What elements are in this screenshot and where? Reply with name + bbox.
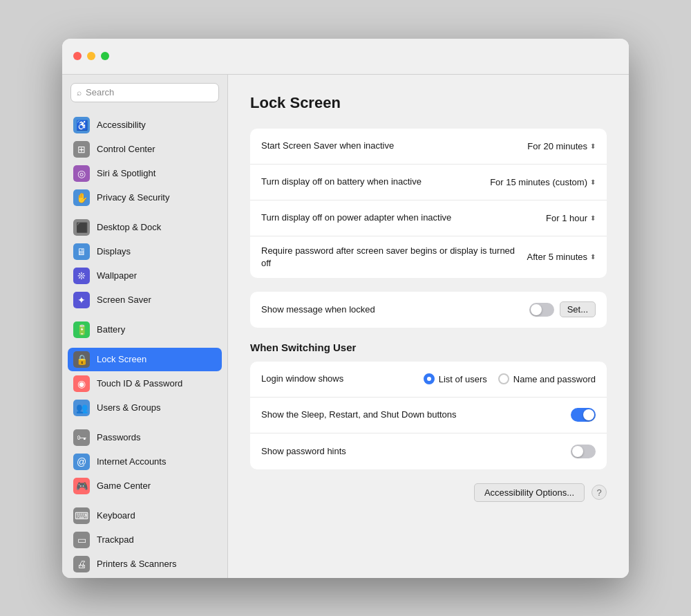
siri-icon: ◎: [73, 165, 90, 182]
radio-list-circle[interactable]: [424, 373, 435, 384]
sidebar-item-label-accessibility: Accessibility: [97, 120, 146, 130]
require-password-value: After 5 minutes: [527, 252, 587, 262]
sidebar-item-siri[interactable]: ◎Siri & Spotlight: [68, 162, 222, 185]
minimize-button[interactable]: [87, 52, 95, 60]
display-battery-control[interactable]: For 15 minutes (custom) ⬍: [490, 177, 596, 187]
when-switching-title: When Switching User: [250, 342, 607, 353]
sleep-restart-toggle[interactable]: [571, 408, 596, 422]
sidebar-separator: [68, 210, 222, 216]
display-power-dropdown[interactable]: For 1 hour ⬍: [546, 213, 596, 223]
screen-saver-dropdown[interactable]: For 20 minutes ⬍: [527, 141, 596, 151]
sleep-restart-control: [571, 408, 596, 422]
sidebar-item-battery[interactable]: 🔋Battery: [68, 318, 222, 342]
content-area: ⌕ Search ♿Accessibility⊞Control Center◎S…: [62, 75, 629, 578]
sidebar-item-printers[interactable]: 🖨Printers & Scanners: [68, 552, 222, 576]
screen-saver-control[interactable]: For 20 minutes ⬍: [527, 141, 596, 151]
screen-saver-icon: ✦: [73, 292, 90, 308]
sidebar-item-users-groups[interactable]: 👥Users & Groups: [68, 396, 222, 420]
screen-saver-label: Start Screen Saver when inactive: [261, 140, 527, 152]
accessibility-options-button[interactable]: Accessibility Options...: [474, 483, 585, 502]
maximize-button[interactable]: [101, 52, 109, 60]
settings-group-switching: Login window shows List of users Name an…: [250, 362, 607, 469]
sidebar-item-touch-id[interactable]: ◉Touch ID & Password: [68, 372, 222, 395]
page-title: Lock Screen: [250, 94, 607, 112]
screen-saver-arrows: ⬍: [590, 142, 596, 150]
message-row: Show message when locked Set...: [250, 292, 607, 328]
display-power-control[interactable]: For 1 hour ⬍: [546, 213, 596, 223]
sidebar-item-label-wallpaper: Wallpaper: [97, 270, 137, 281]
search-placeholder: Search: [86, 87, 114, 97]
display-battery-dropdown[interactable]: For 15 minutes (custom) ⬍: [490, 177, 596, 187]
desktop-dock-icon: ⬛: [73, 219, 90, 236]
sidebar-item-internet-accounts[interactable]: @Internet Accounts: [68, 450, 222, 474]
sidebar-item-label-screen-saver: Screen Saver: [97, 295, 151, 305]
password-hints-toggle[interactable]: [571, 445, 596, 458]
control-center-icon: ⊞: [73, 141, 90, 158]
footer-row: Accessibility Options... ?: [250, 483, 607, 502]
privacy-icon: ✋: [73, 189, 90, 206]
sidebar-separator: [68, 312, 222, 318]
sidebar-item-label-control-center: Control Center: [97, 144, 155, 154]
require-password-arrows: ⬍: [590, 253, 596, 261]
radio-name-password[interactable]: Name and password: [498, 373, 596, 384]
display-power-arrows: ⬍: [590, 214, 596, 222]
help-button[interactable]: ?: [591, 485, 607, 500]
sidebar-item-keyboard[interactable]: ⌨Keyboard: [68, 504, 222, 528]
sidebar-item-passwords[interactable]: 🗝Passwords: [68, 426, 222, 449]
display-battery-row: Turn display off on battery when inactiv…: [250, 165, 607, 200]
search-box[interactable]: ⌕ Search: [70, 83, 219, 102]
sidebar-item-game-center[interactable]: 🎮Game Center: [68, 474, 222, 498]
settings-group-top: Start Screen Saver when inactive For 20 …: [250, 129, 607, 278]
sidebar-item-wallpaper[interactable]: ❊Wallpaper: [68, 264, 222, 288]
radio-list-of-users[interactable]: List of users: [424, 373, 487, 384]
require-password-label: Require password after screen saver begi…: [261, 245, 527, 270]
sidebar-item-desktop-dock[interactable]: ⬛Desktop & Dock: [68, 216, 222, 239]
message-toggle[interactable]: [529, 303, 554, 317]
battery-icon: 🔋: [73, 321, 90, 338]
require-password-dropdown[interactable]: After 5 minutes ⬍: [527, 252, 596, 262]
internet-accounts-icon: @: [73, 454, 90, 470]
sidebar-item-screen-saver[interactable]: ✦Screen Saver: [68, 288, 222, 312]
sidebar-item-privacy[interactable]: ✋Privacy & Security: [68, 186, 222, 209]
sidebar-item-label-touch-id: Touch ID & Password: [97, 378, 182, 389]
message-label: Show message when locked: [261, 304, 529, 316]
set-button[interactable]: Set...: [560, 301, 596, 317]
sidebar-item-label-displays: Displays: [97, 246, 131, 256]
when-switching-section: When Switching User Login window shows L…: [250, 342, 607, 469]
displays-icon: 🖥: [73, 243, 90, 260]
sidebar-separator: [68, 420, 222, 426]
lock-screen-icon: 🔒: [73, 351, 90, 368]
search-icon: ⌕: [77, 88, 82, 97]
keyboard-icon: ⌨: [73, 507, 90, 524]
sidebar-item-label-siri: Siri & Spotlight: [97, 168, 155, 178]
printers-icon: 🖨: [73, 556, 90, 572]
sidebar-separator: [68, 498, 222, 504]
password-hints-label: Show password hints: [261, 445, 571, 458]
display-power-row: Turn display off on power adapter when i…: [250, 200, 607, 236]
close-button[interactable]: [73, 52, 82, 60]
sidebar-item-label-passwords: Passwords: [97, 432, 141, 442]
display-battery-value: For 15 minutes (custom): [490, 177, 587, 187]
sidebar-item-control-center[interactable]: ⊞Control Center: [68, 138, 222, 161]
sidebar-item-label-keyboard: Keyboard: [97, 510, 135, 521]
display-battery-label: Turn display off on battery when inactiv…: [261, 176, 490, 188]
message-control: Set...: [529, 301, 596, 317]
radio-name-circle[interactable]: [498, 373, 509, 384]
traffic-lights: [73, 52, 109, 60]
radio-name-label: Name and password: [513, 374, 596, 384]
sidebar-item-lock-screen[interactable]: 🔒Lock Screen: [68, 348, 222, 371]
require-password-control[interactable]: After 5 minutes ⬍: [527, 252, 596, 262]
passwords-icon: 🗝: [73, 429, 90, 446]
sleep-restart-knob: [583, 409, 594, 420]
message-toggle-knob: [531, 304, 542, 315]
sidebar-separator: [68, 342, 222, 348]
wallpaper-icon: ❊: [73, 268, 90, 284]
sidebar-item-label-lock-screen: Lock Screen: [97, 354, 146, 364]
accessibility-icon: ♿: [73, 117, 90, 133]
display-battery-arrows: ⬍: [590, 178, 596, 186]
sidebar-item-trackpad[interactable]: ▭Trackpad: [68, 528, 222, 552]
main-window: ⌕ Search ♿Accessibility⊞Control Center◎S…: [62, 39, 629, 578]
sidebar-item-accessibility[interactable]: ♿Accessibility: [68, 113, 222, 137]
sidebar-item-displays[interactable]: 🖥Displays: [68, 240, 222, 263]
screen-saver-row: Start Screen Saver when inactive For 20 …: [250, 129, 607, 165]
